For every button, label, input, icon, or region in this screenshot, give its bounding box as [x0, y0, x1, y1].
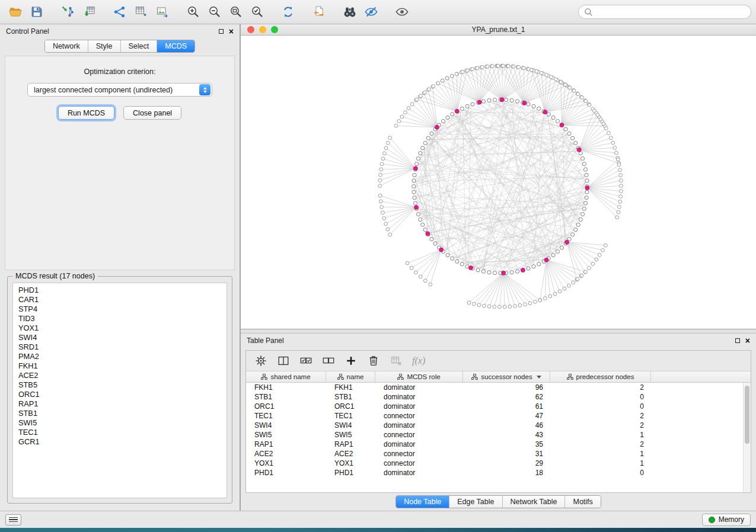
- result-node-item[interactable]: ACE2: [13, 371, 227, 380]
- hide-panels-button[interactable]: [361, 2, 382, 21]
- save-session-button[interactable]: [26, 2, 47, 21]
- criterion-dropdown[interactable]: largest connected component (undirected): [27, 83, 212, 97]
- table-scrollbar[interactable]: [743, 383, 751, 492]
- table-cell: FKH1: [246, 383, 326, 392]
- import-network-button[interactable]: [57, 2, 78, 21]
- zoom-in-button[interactable]: [183, 2, 204, 21]
- result-node-item[interactable]: STP4: [13, 305, 227, 314]
- result-node-item[interactable]: SRD1: [13, 342, 227, 352]
- result-node-item[interactable]: STB5: [13, 380, 227, 390]
- clear-table-icon: [390, 354, 403, 367]
- panel-menu-button[interactable]: [5, 514, 21, 525]
- search-input[interactable]: [596, 8, 745, 16]
- column-header-successor-nodes[interactable]: successor nodes: [463, 371, 550, 382]
- network-window-titlebar[interactable]: YPA_prune.txt_1: [241, 24, 756, 36]
- memory-status-icon: [709, 517, 715, 523]
- result-node-item[interactable]: GCR1: [13, 437, 227, 447]
- column-header-name[interactable]: name: [326, 371, 375, 382]
- mcds-result-list[interactable]: PHD1CAR1STP4TID3YOX1SWI4SRD1PMA2FKH1ACE2…: [12, 283, 227, 498]
- result-node-item[interactable]: TID3: [13, 314, 227, 323]
- table-row[interactable]: PHD1PHD1dominator180: [246, 468, 751, 477]
- table-cell: connector: [375, 459, 463, 468]
- zoom-fit-button[interactable]: [225, 2, 247, 21]
- select-all-button[interactable]: [299, 354, 312, 367]
- table-row[interactable]: SWI4SWI4dominator462: [246, 421, 751, 430]
- tab-mcds[interactable]: MCDS: [157, 40, 194, 52]
- export-image-button[interactable]: [152, 2, 173, 21]
- close-panel-button[interactable]: ×: [229, 28, 234, 34]
- function-builder-button[interactable]: f(x): [412, 355, 425, 366]
- result-node-item[interactable]: ORC1: [13, 390, 227, 399]
- result-node-item[interactable]: TEC1: [13, 428, 227, 437]
- close-panel-push-button[interactable]: Close panel: [123, 106, 181, 120]
- result-node-item[interactable]: STB1: [13, 409, 227, 418]
- table-row[interactable]: ACE2ACE2connector311: [246, 449, 751, 459]
- share-document-button[interactable]: [308, 2, 330, 21]
- hide-panels-icon: [364, 5, 378, 19]
- table-cell: ACE2: [326, 449, 375, 459]
- deselect-all-button[interactable]: [322, 354, 335, 367]
- search-box[interactable]: [578, 5, 751, 19]
- table-row[interactable]: RAP1RAP1dominator352: [246, 440, 751, 449]
- criterion-dropdown-value: largest connected component (undirected): [34, 86, 198, 94]
- window-minimize-button[interactable]: [259, 26, 266, 33]
- zoom-out-icon: [208, 5, 222, 19]
- search-network-button[interactable]: [339, 2, 361, 21]
- result-node-item[interactable]: FKH1: [13, 361, 227, 371]
- column-header-shared-name[interactable]: shared name: [246, 371, 326, 382]
- open-session-button[interactable]: [5, 2, 26, 21]
- column-header-MCDS-role[interactable]: MCDS role: [375, 371, 463, 382]
- table-cell: dominator: [375, 392, 463, 402]
- window-zoom-button[interactable]: [271, 26, 278, 33]
- tab-node-table[interactable]: Node Table: [396, 496, 449, 508]
- refresh-layout-button[interactable]: [277, 2, 299, 21]
- show-panels-button[interactable]: [391, 2, 413, 21]
- table-cell: 35: [463, 440, 550, 449]
- new-table-button[interactable]: [130, 2, 152, 21]
- zoom-selected-button[interactable]: [247, 2, 268, 21]
- table-row[interactable]: TEC1TEC1connector472: [246, 411, 751, 421]
- result-node-item[interactable]: RAP1: [13, 399, 227, 409]
- close-table-panel-button[interactable]: ×: [745, 338, 750, 344]
- application-window: Control Panel × NetworkStyleSelectMCDS O…: [0, 0, 756, 532]
- float-panel-button[interactable]: [219, 29, 224, 34]
- tab-edge-table[interactable]: Edge Table: [449, 496, 502, 508]
- table-cell: RAP1: [326, 440, 375, 449]
- toggle-columns-button[interactable]: [277, 354, 290, 367]
- table-cell: STB1: [326, 392, 375, 402]
- table-row[interactable]: SWI5SWI5connector431: [246, 430, 751, 440]
- table-row[interactable]: YOX1YOX1connector291: [246, 459, 751, 468]
- tab-network[interactable]: Network: [45, 40, 88, 52]
- tab-motifs[interactable]: Motifs: [564, 496, 600, 508]
- zoom-out-button[interactable]: [204, 2, 225, 21]
- run-mcds-button[interactable]: Run MCDS: [58, 106, 114, 120]
- tab-select[interactable]: Select: [120, 40, 157, 52]
- result-node-item[interactable]: YOX1: [13, 323, 227, 333]
- delete-row-button[interactable]: [367, 354, 380, 367]
- import-table-button[interactable]: [78, 2, 100, 21]
- network-graph-canvas[interactable]: [241, 36, 756, 329]
- column-header-predecessor-nodes[interactable]: predecessor nodes: [550, 371, 651, 382]
- table-row[interactable]: FKH1FKH1dominator962: [246, 383, 751, 392]
- settings-button[interactable]: [254, 354, 267, 367]
- float-table-panel-button[interactable]: [735, 338, 740, 343]
- scrollbar-thumb[interactable]: [745, 386, 749, 444]
- result-node-item[interactable]: SWI4: [13, 333, 227, 342]
- result-node-item[interactable]: SWI5: [13, 418, 227, 428]
- table-row[interactable]: STB1STB1dominator620: [246, 392, 751, 402]
- tab-style[interactable]: Style: [88, 40, 120, 52]
- clear-table-button[interactable]: [390, 354, 403, 367]
- table-row[interactable]: ORC1ORC1dominator610: [246, 402, 751, 411]
- result-node-item[interactable]: PMA2: [13, 352, 227, 361]
- result-node-item[interactable]: CAR1: [13, 295, 227, 305]
- memory-button[interactable]: Memory: [702, 514, 751, 526]
- new-network-button[interactable]: [109, 2, 130, 21]
- table-cell: dominator: [375, 468, 463, 477]
- window-close-button[interactable]: [247, 26, 254, 33]
- main-toolbar: [0, 0, 756, 24]
- result-node-item[interactable]: PHD1: [13, 286, 227, 295]
- add-row-button[interactable]: [344, 354, 358, 367]
- table-panel-tabs: Node TableEdge TableNetwork TableMotifs: [395, 495, 601, 508]
- tab-network-table[interactable]: Network Table: [502, 496, 565, 508]
- horizontal-splitter[interactable]: [241, 329, 756, 334]
